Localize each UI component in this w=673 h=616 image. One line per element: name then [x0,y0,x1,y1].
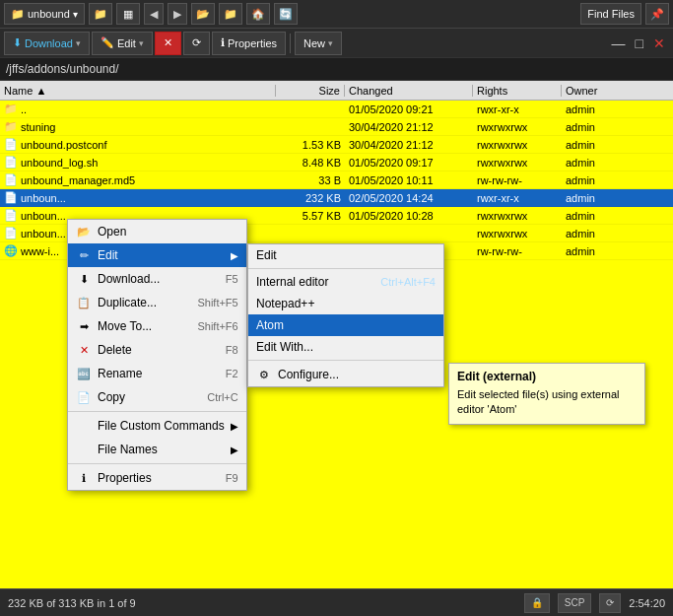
download-label: Download [25,37,73,49]
status-right: 🔒 SCP ⟳ 2:54:20 [524,593,665,613]
submenu-edit[interactable]: Edit [248,244,443,266]
table-row[interactable]: 📄 unbound_manager.md5 33 B 01/05/2020 10… [0,171,673,189]
new-dropdown-arrow-icon: ▾ [328,38,333,48]
submenu-edit-with[interactable]: Edit With... [248,336,443,358]
scp-button[interactable]: SCP [558,593,592,613]
menu-properties-label: Properties [98,471,152,485]
menu-item-properties[interactable]: ℹ Properties F9 [68,466,246,490]
file-rights: rw-rw-rw- [473,245,562,257]
open-icon: 📂 [76,224,92,240]
file-icon: 📄 [4,138,18,151]
forward-btn[interactable]: ▶ [168,3,187,25]
maximize-button[interactable]: □ [632,32,647,55]
menu-item-open[interactable]: 📂 Open [68,220,246,243]
file-rights: rwxr-xr-x [473,192,562,204]
file-size: 5.57 KB [276,210,345,222]
menu-duplicate-label: Duplicate... [98,296,157,309]
minimize-button[interactable]: — [608,32,630,55]
header-name: Name ▲ [0,85,276,97]
table-row[interactable]: 📁 .. 01/05/2020 09:21 rwxr-xr-x admin [0,101,673,118]
file-icon: 📄 [4,227,18,240]
transfer-icon[interactable]: ⟳ [599,593,621,613]
file-owner: admin [562,121,631,133]
menu-item-file-names[interactable]: File Names ▶ [68,438,246,461]
toolbar-icon-btn[interactable]: 📁 [89,3,112,25]
copy-icon: 📄 [76,389,92,405]
submenu-internal-label: Internal editor [256,275,328,289]
header-changed: Changed [345,85,473,97]
close-button[interactable]: ✕ [649,32,669,55]
table-row[interactable]: 📄 unbound.postconf 1.53 KB 30/04/2020 21… [0,136,673,154]
lock-icon[interactable]: 🔒 [524,593,550,613]
menu-file-names-label: File Names [98,443,158,456]
file-owner: admin [562,210,631,222]
pin-icon[interactable]: 📌 [645,3,669,25]
filter-btn[interactable]: ▦ [116,3,140,25]
file-owner: admin [562,192,631,204]
submenu-configure[interactable]: ⚙ Configure... [248,363,443,386]
file-size: 33 B [276,174,345,186]
shortcut-duplicate: Shift+F5 [197,297,237,308]
properties-icon: ℹ [76,470,92,486]
submenu-atom[interactable]: Atom [248,314,443,336]
edit-submenu: Edit Internal editor Ctrl+Alt+F4 Notepad… [247,243,444,387]
edit-button[interactable]: ✏️ Edit ▾ [92,32,153,55]
menu-file-custom-label: File Custom Commands [98,419,225,433]
path-bar: /jffs/addons/unbound/ [0,57,673,81]
menu-rename-label: Rename [98,367,142,380]
menu-item-file-custom[interactable]: File Custom Commands ▶ [68,414,246,438]
submenu-notepadpp[interactable]: Notepad++ [248,293,443,314]
file-name: unboun... [21,210,66,222]
file-list-header: Name ▲ Size Changed Rights Owner [0,81,673,101]
folder-yellow-icon[interactable]: 📁 [219,3,242,25]
menu-item-delete[interactable]: ✕ Delete F8 [68,338,246,362]
edit-dropdown-arrow-icon: ▾ [139,38,144,48]
submenu-sep2 [248,360,443,361]
rename-icon: 🔤 [76,366,92,381]
new-label: New [303,37,325,49]
home-icon[interactable]: 🏠 [246,3,270,25]
file-changed: 01/05/2020 10:28 [345,210,473,222]
menu-item-rename[interactable]: 🔤 Rename F2 [68,362,246,385]
edit-icon: ✏ [76,247,92,263]
menu-item-download[interactable]: ⬇ Download... F5 [68,267,246,291]
download-button[interactable]: ⬇ Download ▾ [4,32,90,55]
back-btn[interactable]: ◀ [144,3,164,25]
submenu-internal-editor[interactable]: Internal editor Ctrl+Alt+F4 [248,271,443,293]
folder-open-icon[interactable]: 📂 [191,3,215,25]
table-row[interactable]: 📁 stuning 30/04/2020 21:12 rwxrwxrwx adm… [0,118,673,136]
new-button[interactable]: New ▾ [295,32,342,55]
file-rights: rwxrwxrwx [473,210,562,222]
sync-icon-btn[interactable]: ⟳ [183,32,210,55]
shortcut-copy: Ctrl+C [207,391,237,403]
file-owner: admin [562,245,631,257]
file-name: unbound.postconf [21,139,106,151]
table-row[interactable]: 📄 unbound_log.sh 8.48 KB 01/05/2020 09:1… [0,154,673,171]
file-changed: 01/05/2020 09:21 [345,103,473,115]
file-owner: admin [562,103,631,115]
file-icon: 📄 [4,191,18,204]
delete-button[interactable]: ✕ [155,32,181,55]
submenu-configure-label: Configure... [278,368,339,381]
menu-item-moveto[interactable]: ➡ Move To... Shift+F6 [68,314,246,338]
find-files-label: Find Files [587,8,635,20]
tooltip-title: Edit (external) [457,370,637,383]
tooltip-text: Edit selected file(s) using external edi… [457,387,637,418]
scp-label: SCP [565,597,585,608]
file-name: www-i... [21,245,59,257]
table-row[interactable]: 📄 unboun... 232 KB 02/05/2020 14:24 rwxr… [0,189,673,207]
menu-item-copy[interactable]: 📄 Copy Ctrl+C [68,385,246,409]
context-menu: 📂 Open ✏ Edit ▶ Edit Internal editor Ctr… [67,219,247,491]
refresh-icon[interactable]: 🔄 [274,3,298,25]
file-changed: 30/04/2020 21:12 [345,139,473,151]
file-custom-arrow-icon: ▶ [231,421,238,432]
menu-item-duplicate[interactable]: 📋 Duplicate... Shift+F5 [68,291,246,314]
file-name: unboun... [21,192,66,204]
menu-sep1 [68,411,246,412]
shortcut-moveto: Shift+F6 [197,320,237,332]
find-files-btn[interactable]: Find Files [580,3,641,25]
properties-button[interactable]: ℹ Properties [212,32,286,55]
menu-item-edit[interactable]: ✏ Edit ▶ Edit Internal editor Ctrl+Alt+F… [68,243,246,267]
location-button[interactable]: 📁 unbound ▾ [4,3,85,25]
edit-label: Edit [117,37,136,49]
